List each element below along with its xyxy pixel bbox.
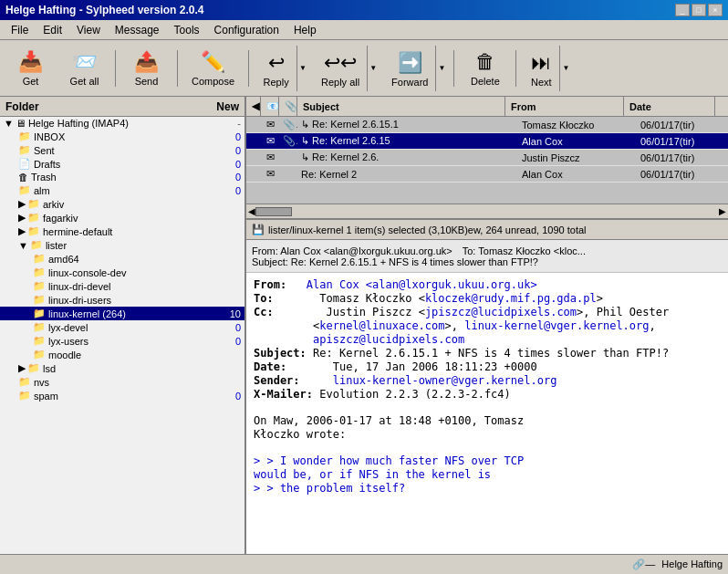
window-controls: _ □ × [675,4,723,16]
menu-file[interactable]: File [4,22,36,38]
maximize-button[interactable]: □ [692,4,706,16]
folder-icon: 📁 [27,225,40,237]
sidebar-item-label: linux-console-dev [48,267,127,278]
reply-button[interactable]: ↩ Reply [255,46,296,93]
send-button[interactable]: 📤 Send [121,45,172,92]
sidebar-item-label: hermine-default [43,226,112,237]
sidebar-item-nvs[interactable]: 📁 nvs [0,375,244,389]
statusbar-right: 🔗— Helge Hafting [632,558,723,570]
get-button[interactable]: 📥 Get [5,45,56,92]
col-header-from[interactable]: From [505,97,624,116]
sidebar-item-label: lister [46,240,67,251]
minimize-button[interactable]: _ [675,4,690,16]
folder-icon: 📁 [33,266,46,278]
msg-cell-subject: Re: Kernel 2 [297,168,518,181]
sidebar-item-linux-console-dev[interactable]: 📁 linux-console-dev [0,266,244,279]
sidebar-item-spam[interactable]: 📁 spam 0 [0,389,244,402]
folder-icon: 📁 [33,349,46,360]
msg-cell-subject: ↳ Re: Kernel 2.6.15.1 [297,118,518,131]
sidebar-item-drafts[interactable]: 📄 Drafts 0 [0,157,244,171]
get-all-button[interactable]: 📨 Get all [59,45,109,92]
compose-button[interactable]: ✏️ Compose [183,45,243,92]
sidebar-item-label: alm [34,185,50,196]
sidebar-item-lister[interactable]: ▼ 📁 lister [0,238,244,252]
message-row[interactable]: ✉ ↳ Re: Kernel 2.6. Justin Piszcz 06/01/… [246,150,728,166]
sidebar-item-linux-dri-devel[interactable]: 📁 linux-dri-devel [0,279,244,293]
folder-icon: 📁 [33,321,46,333]
reply-label: Reply [264,77,289,88]
get-icon: 📥 [18,50,43,74]
menu-view[interactable]: View [69,22,108,38]
message-row[interactable]: ✉ Re: Kernel 2 Alan Cox 06/01/17(tir) [246,166,728,183]
preview-sender: Sender: linux-kernel-owner@vger.kernel.o… [254,374,721,387]
connection-icon: 🔗— [632,558,655,569]
msg-cell-icon: ✉ [261,134,279,148]
item-count: 10 [230,308,241,319]
sidebar-item-inbox[interactable]: 📁 INBOX 0 [0,130,244,143]
sidebar-item-helge-imap[interactable]: ▼ 🖥 Helge Hafting (IMAP4) - [0,117,244,130]
next-dropdown[interactable]: ▼ [559,46,571,91]
sidebar-item-lyx-users[interactable]: 📁 lyx-users 0 [0,334,244,348]
msg-cell-from: Justin Piszcz [518,151,637,164]
hscroll-thumb[interactable] [255,207,292,216]
preview-body-intro: On Maw, 2006-01-17 at 18:48 +0100, Tomas… [254,414,721,427]
preview-subject: Subject: Re: Kernel 2.6.15.1 + NFS is 4 … [254,347,721,360]
sidebar-item-lyx-devel[interactable]: 📁 lyx-devel 0 [0,320,244,334]
sidebar-item-label: amd64 [48,254,79,265]
delete-button[interactable]: 🗑 Delete [460,45,510,92]
col-header-subject[interactable]: Subject [297,97,505,116]
item-count: 0 [235,131,241,142]
reply-all-button[interactable]: ↩↩ Reply all [314,46,367,93]
message-row[interactable]: ✉ 📎 ↳ Re: Kernel 2.6.15.1 Tomasz Kłoczko… [246,117,728,133]
message-row[interactable]: ✉ 📎 ↳ Re: Kernel 2.6.15 Alan Cox 06/01/1… [246,133,728,150]
menubar: File Edit View Message Tools Configurati… [0,20,728,40]
msg-cell-from: Alan Cox [518,135,637,148]
folder-header-label: Folder [5,100,39,113]
reply-all-dropdown[interactable]: ▼ [367,46,379,91]
sidebar-item-label: lyx-users [48,336,88,347]
forward-button[interactable]: ➡️ Forward [384,46,435,93]
send-label: Send [135,76,159,87]
sidebar-item-trash[interactable]: 🗑 Trash 0 [0,171,244,183]
preview-header: From: Alan Cox <alan@lxorguk.ukuu.org.uk… [246,240,728,273]
folder-icon: 📁 [33,294,46,306]
sidebar-item-amd64[interactable]: 📁 amd64 [0,252,244,266]
menu-edit[interactable]: Edit [36,22,69,38]
hscroll-right[interactable]: ▶ [719,206,726,216]
sidebar-item-arkiv[interactable]: ▶ 📁 arkiv [0,197,244,211]
message-list-hscroll[interactable]: ◀ ▶ [246,204,728,218]
menu-configuration[interactable]: Configuration [207,22,286,38]
message-list-scroll[interactable]: ✉ 📎 ↳ Re: Kernel 2.6.15.1 Tomasz Kłoczko… [246,117,728,204]
preview-summary-from: From: Alan Cox <alan@lxorguk.ukuu.org.uk… [252,245,723,256]
msg-cell-attach: 📎 [279,134,297,148]
close-button[interactable]: × [708,4,723,16]
preview-body-intro2: Kłoczko wrote: [254,428,721,441]
sidebar-item-linux-dri-users[interactable]: 📁 linux-dri-users [0,293,244,307]
menu-help[interactable]: Help [286,22,324,38]
preview-body-quoted1: > > I wonder how much faster NFS over TC… [254,454,721,467]
sidebar-item-moodle[interactable]: 📁 moodle [0,348,244,361]
folder-icon: 📁 [18,184,31,196]
menu-message[interactable]: Message [108,22,167,38]
hscroll-left[interactable]: ◀ [248,206,255,216]
col-header-icon[interactable]: 📧 [261,97,279,116]
menu-tools[interactable]: Tools [167,22,207,38]
col-header-date[interactable]: Date [624,97,715,116]
sidebar-item-label: lsd [43,363,56,374]
sidebar-item-alm[interactable]: 📁 alm 0 [0,183,244,197]
reply-dropdown[interactable]: ▼ [296,46,308,91]
sidebar-item-fagarkiv[interactable]: ▶ 📁 fagarkiv [0,211,244,224]
folder-icon: 📁 [18,376,31,388]
reply-button-group: ↩ Reply ▼ [255,45,309,92]
msg-cell-date: 06/01/17(tir) [637,151,728,164]
sidebar-item-linux-kernel[interactable]: 📁 linux-kernel (264) 10 [0,307,244,320]
preview-pane[interactable]: From: Alan Cox <alan@lxorguk.ukuu.org.uk… [246,273,728,554]
sidebar-item-lsd[interactable]: ▶ 📁 lsd [0,361,244,375]
forward-dropdown[interactable]: ▼ [435,46,447,91]
sidebar-item-sent[interactable]: 📁 Sent 0 [0,143,244,157]
next-button[interactable]: ⏭ Next [523,46,559,93]
reply-icon: ↩ [268,51,285,75]
col-header-attach[interactable]: 📎 [279,97,297,116]
sidebar-item-hermine[interactable]: ▶ 📁 hermine-default [0,224,244,238]
delete-icon: 🗑 [475,50,495,74]
